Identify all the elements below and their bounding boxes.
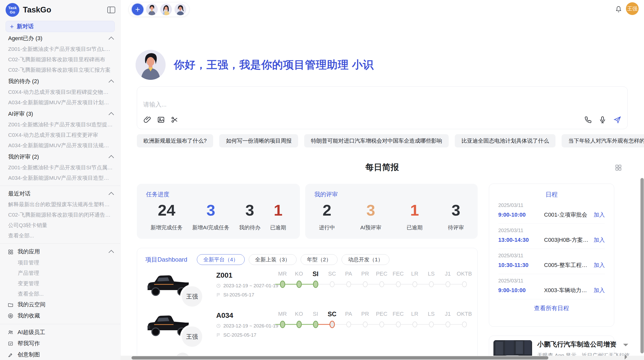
join-button[interactable]: 加入 (594, 287, 605, 294)
project-dashboard-card: 项目Dashboard 全新平台（4） 全新上装（3） 年型（2） 动总开发（1… (137, 248, 478, 360)
project-name[interactable]: A034 (216, 311, 278, 320)
send-icon[interactable] (613, 116, 621, 124)
horizontal-scrollbar[interactable] (120, 356, 644, 360)
suggestion-chip[interactable]: 如何写一份清晰的项目周报 (219, 134, 298, 147)
horizontal-scrollbar-thumb[interactable] (131, 356, 548, 359)
user-name: 王强 (627, 5, 637, 12)
scissors-icon[interactable] (171, 116, 179, 124)
scroll-down-arrow-icon[interactable] (623, 344, 628, 349)
schedule-time: 9:00-10:00 (498, 287, 544, 294)
sidebar-app-item[interactable]: 查看全部... (0, 289, 120, 299)
join-button[interactable]: 加入 (594, 236, 605, 244)
sidebar-item-creative-drawing[interactable]: 创意制图 (0, 349, 120, 360)
image-icon[interactable] (157, 116, 165, 124)
owner-badge: 王强 (180, 284, 204, 308)
sidebar-section-my-review[interactable]: 我的评审 (2) (0, 152, 120, 162)
sidebar-section-recent[interactable]: 最近对话 (0, 188, 120, 199)
vertical-scrollbar-thumb[interactable] (640, 178, 644, 353)
layout-grid-icon[interactable] (614, 164, 622, 171)
milestone-pa: PA (340, 309, 357, 330)
view-all-schedule-link[interactable]: 查看所有日程 (498, 299, 605, 317)
user-avatar[interactable]: 王强 (626, 2, 639, 15)
sidebar-item-help-me-write[interactable]: 帮我写作 (0, 338, 120, 349)
sidebar-item-label: 创意制图 (18, 351, 113, 358)
dashboard-filter-chip[interactable]: 年型（2） (301, 254, 338, 265)
member-avatar[interactable] (160, 4, 172, 15)
divider (0, 186, 120, 186)
member-avatar[interactable] (146, 4, 158, 15)
sidebar-conversation-item[interactable]: C0X4-动力总成开发项目SI里程碑提交物检查 (0, 87, 120, 97)
sidebar-item-favorites[interactable]: 我的收藏 (0, 310, 120, 321)
sidebar-conversation-item[interactable]: Z001-全新燃油轻卡产品开发项目SI节点属性5D文件评审 (0, 162, 120, 173)
sidebar-app-item[interactable]: 变更管理 (0, 278, 120, 289)
stat: 3 新增AI完成任务 (192, 202, 229, 231)
greeting-text: 你好，王强，我是你的项目管理助理 小识 (174, 58, 374, 72)
suggestion-chip[interactable]: 比亚迪全固态电池计划具体说了什么 (455, 134, 555, 147)
schedule-item: 2025/03/11 9:00-10:00 C001-立项审批会 加入 (498, 199, 605, 224)
grid-icon (8, 249, 13, 255)
stat: 3 AI预评审 (360, 202, 381, 231)
sidebar-conversation-item[interactable]: C02-飞腾新能源轻客改款项目里程碑画布 (0, 54, 120, 65)
suggestion-chip[interactable]: 当下年轻人对汽车外观有怎样的喜好趋势 (562, 134, 644, 147)
sidebar-conversation-item[interactable]: A034-全新新能源MUV产品开发项目计划变更表编写 (0, 97, 120, 108)
stat: 1 已逾期 (407, 202, 423, 231)
sidebar-app-item[interactable]: 项目管理 (0, 257, 120, 268)
dashboard-filter-chip[interactable]: 全新平台（4） (197, 254, 245, 265)
schedule-title: X003-车辆动力学性能验... (544, 287, 591, 294)
sidebar-conversation-item[interactable]: C0X4-动力总成开发项目工程变更评审 (0, 130, 120, 140)
join-button[interactable]: 加入 (594, 261, 605, 269)
quick-access-bar: + (128, 2, 189, 17)
microphone-icon[interactable] (598, 116, 607, 124)
suggestion-chip[interactable]: 特朗普可能对进口汽车增税会对中国车企造成哪些影响 (304, 134, 449, 147)
stat: 3 我的待办 (239, 202, 260, 231)
stat: 2 进行中 (319, 202, 335, 231)
sidebar-conversation-item[interactable]: A034-全新新能源MUV产品开发项目法规符合性评审 (0, 140, 120, 151)
sidebar-conversation-item[interactable]: Z001-全新燃油皮卡产品开发项目SI节点Lesson Learn报告 (0, 44, 120, 54)
sidebar-section-ai-review[interactable]: AI评审 (3) (0, 109, 120, 119)
dashboard-filter-chip[interactable]: 全新上装（3） (249, 254, 297, 265)
schedule-item: 2025/03/11 9:00-10:00 X003-车辆动力学性能验... 加… (498, 274, 605, 299)
chat-input[interactable] (143, 91, 621, 114)
section-items: 解释最新出台的欧盟报废车法规再生塑料比例被调至15%... C02-飞腾新能源轻… (0, 199, 120, 241)
project-image[interactable]: 王强 (144, 309, 192, 340)
panel-toggle-icon[interactable] (107, 7, 115, 13)
sidebar-item-ai-super-staff[interactable]: AI超级员工 (0, 327, 120, 338)
stat-label: 新增完成任务 (151, 224, 183, 231)
sidebar-section-my-todo[interactable]: 我的待办 (2) (0, 76, 120, 87)
sidebar-conversation-item[interactable]: Z001-全新燃油轻卡产品开发项目SI造型提交物评审 (0, 119, 120, 130)
logo-text: Go (10, 10, 15, 14)
sidebar-item-cloud-space[interactable]: 我的云空间 (0, 299, 120, 310)
join-button[interactable]: 加入 (594, 211, 605, 219)
sidebar-conversation-item[interactable]: 解释最新出台的欧盟报废车法规再生塑料比例被调至15%... (0, 199, 120, 209)
member-avatar[interactable] (174, 4, 186, 15)
new-chat-button[interactable]: + 新对话 (6, 21, 115, 32)
card-title: 我的评审 (305, 184, 478, 198)
greeting: 你好，王强，我是你的项目管理助理 小识 (136, 50, 374, 80)
stat-value: 3 (448, 202, 464, 218)
add-member-button[interactable]: + (132, 4, 143, 15)
dashboard-filter-chip[interactable]: 动总开发（1） (342, 254, 389, 265)
project-flag-date: SI-2025-05-17 (223, 292, 254, 298)
scroll-right-arrow-icon[interactable] (625, 354, 630, 359)
notification-bell-icon[interactable] (615, 6, 622, 13)
sidebar-conversation-item[interactable]: 公司Q3轻卡销量 (0, 220, 120, 230)
milestone-oktb: OKTB (456, 309, 473, 330)
sidebar-item-my-apps[interactable]: 我的应用 (0, 246, 120, 257)
card-title: 任务进度 (137, 184, 300, 198)
milestone-pr: PR (357, 309, 373, 330)
sidebar-conversation-item[interactable]: A034-全新新能源MUV产品开发项目造型可行性评审 (0, 173, 120, 183)
schedule-list: 2025/03/11 9:00-10:00 C001-立项审批会 加入 2025… (498, 199, 605, 299)
sidebar-app-item[interactable]: 产品管理 (0, 268, 120, 278)
sidebar-conversation-item[interactable]: C02-飞腾新能源轻客改款项目的闭环通告反馈情况 (0, 209, 120, 220)
attach-file-icon[interactable] (143, 116, 151, 124)
sidebar-section-agent-done[interactable]: Agent已办 (3) (0, 33, 120, 44)
stat-value: 3 (192, 202, 229, 218)
suggestion-chip[interactable]: 欧洲新规最近颁布了什么? (137, 134, 213, 147)
project-name[interactable]: Z001 (216, 271, 278, 279)
sidebar-conversation-item[interactable]: C02-飞腾新能源轻客改款项目立项汇报方案 (0, 65, 120, 75)
sidebar-conversation-item[interactable]: 查看全部... (0, 230, 120, 241)
section-items: Z001-全新燃油轻卡产品开发项目SI节点属性5D文件评审 A034-全新新能源… (0, 162, 120, 183)
phone-icon[interactable] (584, 116, 592, 124)
project-image[interactable]: 王强 (144, 269, 192, 300)
schedule-date: 2025/03/11 (498, 228, 605, 233)
